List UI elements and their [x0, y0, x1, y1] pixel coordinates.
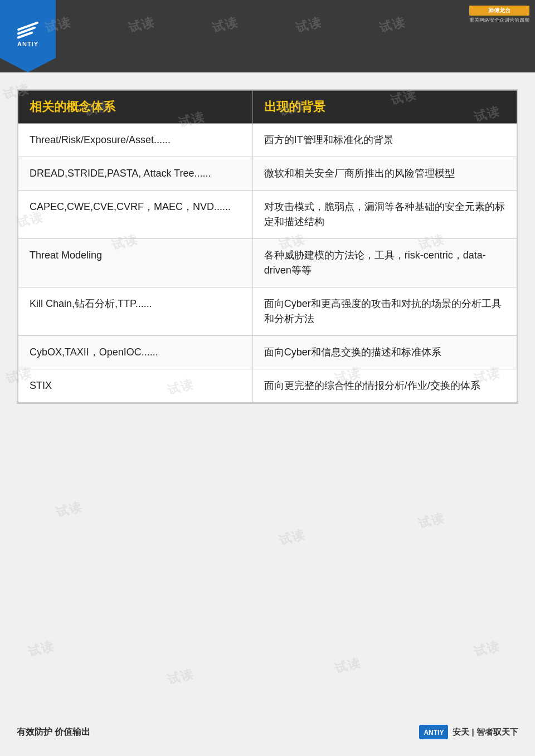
- top-right-brand: 师傅龙台: [469, 6, 529, 16]
- col2-header: 出现的背景: [252, 91, 517, 124]
- table-row: Kill Chain,钻石分析,TTP......面向Cyber和更高强度的攻击…: [18, 287, 517, 336]
- table-header-row: 相关的概念体系 出现的背景: [18, 91, 517, 124]
- table-cell-left-2: CAPEC,CWE,CVE,CVRF，MAEC，NVD......: [18, 191, 253, 239]
- watermark-22: 试读: [416, 509, 446, 532]
- table-row: DREAD,STRIDE,PASTA, Attack Tree......微软和…: [18, 157, 517, 191]
- footer: 有效防护 价值输出 ANTIY 安天 | 智者驭天下: [0, 725, 535, 739]
- top-right-sub: 重关网络安全众训营第四期: [469, 17, 529, 24]
- table-cell-left-4: Kill Chain,钻石分析,TTP......: [18, 287, 253, 336]
- footer-right: ANTIY 安天 | 智者驭天下: [419, 725, 518, 739]
- watermark-20: 试读: [54, 498, 84, 521]
- table-cell-left-3: Threat Modeling: [18, 239, 253, 287]
- table-cell-left-0: Threat/Risk/Exposure/Asset......: [18, 124, 253, 157]
- table-cell-left-1: DREAD,STRIDE,PASTA, Attack Tree......: [18, 157, 253, 191]
- watermark-26: 试读: [472, 637, 502, 660]
- watermark-21: 试读: [277, 526, 307, 549]
- watermark-25: 试读: [333, 654, 363, 677]
- table-cell-left-6: STIX: [18, 369, 253, 403]
- footer-brand-text: 安天 | 智者驭天下: [453, 727, 518, 738]
- table-cell-right-2: 对攻击模式，脆弱点，漏洞等各种基础的安全元素的标定和描述结构: [252, 191, 517, 239]
- logo-box: ANTIY: [0, 0, 56, 72]
- logo-antiy-text: ANTIY: [17, 41, 38, 47]
- footer-logo-text: ANTIY: [424, 729, 444, 737]
- logo-lines: [17, 25, 39, 36]
- footer-logo-box: ANTIY: [419, 725, 448, 739]
- header: ANTIY 师傅龙台 重关网络安全众训营第四期: [0, 0, 535, 72]
- table-cell-right-6: 面向更完整的综合性的情报分析/作业/交换的体系: [252, 369, 517, 403]
- watermark-24: 试读: [166, 665, 196, 688]
- table-row: CAPEC,CWE,CVE,CVRF，MAEC，NVD......对攻击模式，脆…: [18, 191, 517, 239]
- table-row: STIX面向更完整的综合性的情报分析/作业/交换的体系: [18, 369, 517, 403]
- col1-header: 相关的概念体系: [18, 91, 253, 124]
- footer-left-text: 有效防护 价值输出: [17, 726, 90, 738]
- table-cell-right-1: 微软和相关安全厂商所推出的风险管理模型: [252, 157, 517, 191]
- table-cell-right-3: 各种威胁建模的方法论，工具，risk-centric，data-driven等等: [252, 239, 517, 287]
- top-right-logo: 师傅龙台 重关网络安全众训营第四期: [469, 6, 529, 24]
- table-cell-right-0: 西方的IT管理和标准化的背景: [252, 124, 517, 157]
- table-row: Threat Modeling各种威胁建模的方法论，工具，risk-centri…: [18, 239, 517, 287]
- table-row: Threat/Risk/Exposure/Asset......西方的IT管理和…: [18, 124, 517, 157]
- watermark-23: 试读: [26, 637, 56, 660]
- data-table: 相关的概念体系 出现的背景 Threat/Risk/Exposure/Asset…: [18, 90, 517, 403]
- main-content: 相关的概念体系 出现的背景 Threat/Risk/Exposure/Asset…: [17, 89, 518, 404]
- table-cell-left-5: CybOX,TAXII，OpenIOC......: [18, 336, 253, 369]
- table-row: CybOX,TAXII，OpenIOC......面向Cyber和信息交换的描述…: [18, 336, 517, 369]
- table-cell-right-4: 面向Cyber和更高强度的攻击和对抗的场景的分析工具和分析方法: [252, 287, 517, 336]
- table-cell-right-5: 面向Cyber和信息交换的描述和标准体系: [252, 336, 517, 369]
